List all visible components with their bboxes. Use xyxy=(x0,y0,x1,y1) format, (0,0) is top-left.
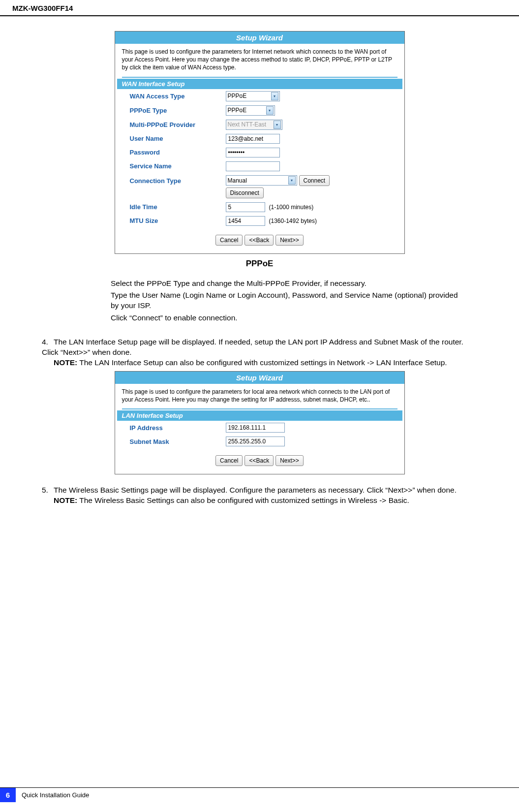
cancel-button[interactable]: Cancel xyxy=(215,455,243,466)
input-user-name[interactable] xyxy=(226,134,280,144)
label-subnet-mask: Subnet Mask xyxy=(130,438,226,445)
instruction-paragraph: Click “Connect” to enable connection. xyxy=(111,313,460,323)
label-ip-address: IP Address xyxy=(130,424,226,432)
hint-idle-time: (1-1000 minutes) xyxy=(269,204,314,211)
page-content: Setup Wizard This page is used to config… xyxy=(0,16,519,506)
chevron-down-icon: ▾ xyxy=(274,121,281,129)
wizard-title: Setup Wizard xyxy=(115,372,404,384)
section-wan-interface: WAN Interface Setup xyxy=(117,79,402,89)
wizard-description: This page is used to configure the param… xyxy=(115,384,404,408)
cancel-button[interactable]: Cancel xyxy=(215,235,243,246)
label-password: Password xyxy=(130,149,226,156)
next-button[interactable]: Next>> xyxy=(275,235,304,246)
section-lan-interface: LAN Interface Setup xyxy=(117,410,402,421)
input-service-name[interactable] xyxy=(226,161,280,171)
next-button[interactable]: Next>> xyxy=(275,455,304,466)
screenshot-lan-setup: Setup Wizard This page is used to config… xyxy=(115,371,405,474)
step-number: 4. xyxy=(42,337,54,347)
footer-title: Quick Installation Guide xyxy=(16,788,89,802)
instruction-paragraph: Type the User Name (Login Name or Login … xyxy=(111,290,460,311)
row-user-name: User Name xyxy=(115,132,404,146)
row-idle-time: Idle Time (1-1000 minutes) xyxy=(115,200,404,214)
label-multi-pppoe-provider: Multi-PPPoE Provider xyxy=(130,121,226,128)
row-multi-pppoe-provider: Multi-PPPoE Provider Next NTT-East ▾ xyxy=(115,118,404,132)
input-idle-time[interactable] xyxy=(226,202,265,212)
back-button[interactable]: <<Back xyxy=(244,455,274,466)
chevron-down-icon: ▾ xyxy=(271,92,278,100)
note-label: NOTE: xyxy=(54,496,77,504)
step-text: The LAN Interface Setup page will be dis… xyxy=(42,338,463,356)
select-connection-type[interactable]: Manual ▾ xyxy=(226,175,297,186)
wizard-description: This page is used to configure the param… xyxy=(115,44,404,77)
hint-mtu-size: (1360-1492 bytes) xyxy=(269,218,317,224)
input-subnet-mask[interactable] xyxy=(226,437,285,446)
screenshot-caption-pppoe: PPPoE xyxy=(25,259,494,269)
page-footer: 6 Quick Installation Guide xyxy=(0,787,519,802)
select-pppoe-type[interactable]: PPPoE ▾ xyxy=(226,105,275,116)
screenshot-wan-setup: Setup Wizard This page is used to config… xyxy=(115,31,405,254)
wizard-footer-buttons: Cancel <<Back Next>> xyxy=(115,228,404,253)
page-number: 6 xyxy=(0,788,16,802)
disconnect-button[interactable]: Disconnect xyxy=(226,187,264,198)
row-mtu-size: MTU Size (1360-1492 bytes) xyxy=(115,214,404,228)
step-number: 5. xyxy=(42,485,54,496)
row-ip-address: IP Address xyxy=(115,421,404,435)
step-5: 5.The Wireless Basic Settings page will … xyxy=(42,485,477,506)
select-multi-pppoe-provider[interactable]: Next NTT-East ▾ xyxy=(226,120,282,130)
pppoe-instructions: Select the PPPoE Type and change the Mul… xyxy=(111,279,460,324)
step-text: The Wireless Basic Settings page will be… xyxy=(54,486,457,494)
note-label: NOTE: xyxy=(54,358,77,367)
row-subnet-mask: Subnet Mask xyxy=(115,435,404,448)
doc-header: MZK-WG300FF14 xyxy=(0,0,519,16)
label-connection-type: Connection Type xyxy=(130,175,226,185)
label-service-name: Service Name xyxy=(130,162,226,170)
select-wan-access-type[interactable]: PPPoE ▾ xyxy=(226,91,280,101)
label-wan-access-type: WAN Access Type xyxy=(130,93,226,100)
label-idle-time: Idle Time xyxy=(130,203,226,211)
wizard-title: Setup Wizard xyxy=(115,31,404,44)
label-mtu-size: MTU Size xyxy=(130,217,226,224)
row-wan-access-type: WAN Access Type PPPoE ▾ xyxy=(115,89,404,103)
model-number: MZK-WG300FF14 xyxy=(12,4,73,12)
input-mtu-size[interactable] xyxy=(226,216,265,226)
divider xyxy=(122,408,397,409)
input-password[interactable] xyxy=(226,148,280,157)
chevron-down-icon: ▾ xyxy=(266,106,274,115)
instruction-paragraph: Select the PPPoE Type and change the Mul… xyxy=(111,279,460,289)
label-user-name: User Name xyxy=(130,135,226,142)
back-button[interactable]: <<Back xyxy=(244,235,274,246)
step-4: 4.The LAN Interface Setup page will be d… xyxy=(42,337,477,368)
row-pppoe-type: PPPoE Type PPPoE ▾ xyxy=(115,103,404,118)
chevron-down-icon: ▾ xyxy=(288,176,296,185)
row-service-name: Service Name xyxy=(115,159,404,173)
wizard-footer-buttons: Cancel <<Back Next>> xyxy=(115,448,404,474)
row-connection-type: Connection Type Manual ▾ Connect Disconn… xyxy=(115,173,404,200)
input-ip-address[interactable] xyxy=(226,423,285,433)
connect-button[interactable]: Connect xyxy=(299,175,330,186)
note-text: The Wireless Basic Settings can also be … xyxy=(77,496,409,504)
label-pppoe-type: PPPoE Type xyxy=(130,107,226,114)
note-text: The LAN Interface Setup can also be conf… xyxy=(77,358,447,367)
row-password: Password xyxy=(115,146,404,159)
divider xyxy=(122,77,397,78)
